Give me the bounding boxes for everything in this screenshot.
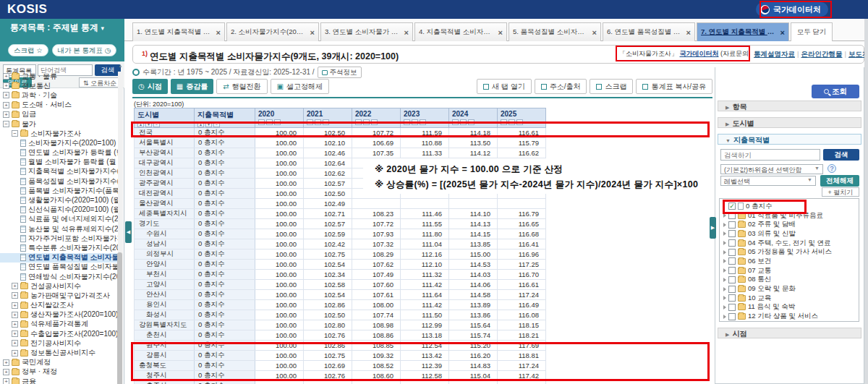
tree-item[interactable]: +농가판매및구입가격조사 <box>0 291 119 300</box>
checkbox-item[interactable]: 06 보건 <box>723 257 859 266</box>
agency-badge[interactable]: 국가데이터처 <box>756 2 828 17</box>
table-row[interactable]: 의정부시0 총지수100.00102.75108.29112.16115.001… <box>135 249 546 260</box>
table-row[interactable]: 강릉시0 총지수100.00102.75109.32113.42116.2011… <box>135 351 546 361</box>
table-row[interactable]: 울산광역시0 총지수100.00102.49 <box>135 199 546 209</box>
tree-item[interactable]: 자가주거비포함 소비자물가지수(2 <box>0 234 119 243</box>
tree-item[interactable]: +임금 <box>0 110 119 119</box>
sort-asc-icon[interactable]: ▲ <box>197 121 204 127</box>
checkbox[interactable] <box>728 212 736 219</box>
expander-plus-icon[interactable]: + <box>12 283 18 289</box>
hide-column-icon[interactable]: − <box>153 121 160 127</box>
checkbox-item[interactable]: 02 주류 및 담배 <box>723 220 859 229</box>
expander-plus-icon[interactable]: + <box>3 369 9 375</box>
purpose-filter-input[interactable] <box>720 149 820 161</box>
table-row[interactable]: 고양시0 총지수100.00102.58107.60111.42114.0611… <box>135 280 546 290</box>
collapse-right-panel-handle[interactable]: ▶ <box>710 217 716 239</box>
table-row[interactable]: 경기도0 총지수100.00102.57107.72111.55114.1311… <box>135 219 546 229</box>
table-row[interactable]: 세종특별자치시0 총지수100.00102.71108.23111.46114.… <box>135 209 546 219</box>
close-icon[interactable]: × <box>686 28 691 37</box>
close-all-tabs-button[interactable]: 모두 닫기 <box>791 22 833 41</box>
close-icon[interactable]: × <box>780 28 785 37</box>
expander-plus-icon[interactable]: + <box>3 111 9 118</box>
expander-plus-icon[interactable]: + <box>3 82 9 89</box>
sort-asc-icon[interactable]: ▲ <box>501 119 507 125</box>
query-button[interactable]: 조회 <box>812 85 859 98</box>
expander-plus-icon[interactable]: + <box>12 292 18 299</box>
checkbox[interactable] <box>728 221 736 229</box>
tree-item[interactable]: +생산자물가조사(2020=100) <box>0 310 119 320</box>
sort-asc-icon[interactable]: ▲ <box>452 119 459 125</box>
checkbox-item[interactable]: 03 의류 및 신발 <box>723 229 859 239</box>
table-row[interactable]: 강원특별자치도0 총지수100.00102.80108.98112.99115.… <box>135 320 546 330</box>
worksheet-tab[interactable]: 6. 연도별 품목성질별 소비자물…× <box>603 22 695 41</box>
suboption-select[interactable]: ▼(기본값)하위옵션 선택안함 <box>720 164 823 174</box>
tree-item[interactable]: −물가 <box>0 119 119 129</box>
tree-item[interactable]: 농산물 및 석유류제외지수(2020=1 <box>0 224 119 234</box>
tree-item[interactable]: +전기공사비지수 <box>0 338 119 348</box>
tree-item[interactable]: 연쇄방식 소비자물가지수(2020=1 <box>0 272 119 281</box>
tree-item[interactable]: +교통 · 물류 <box>0 72 119 81</box>
sort-desc-icon[interactable]: ▼ <box>509 119 515 125</box>
expander-plus-icon[interactable]: + <box>12 330 18 337</box>
hide-column-icon[interactable]: − <box>213 121 220 127</box>
collapse-left-panel-handle[interactable]: ◀ <box>125 221 132 243</box>
tree-item[interactable]: 연도별 소비자물가 등락률 (년 196 <box>0 148 119 158</box>
tree-scrollbar[interactable] <box>118 72 123 384</box>
hide-column-icon[interactable]: − <box>420 119 426 125</box>
셀고정해제-button[interactable]: ▣셀고정해제 <box>271 79 329 94</box>
expander-plus-icon[interactable]: + <box>12 312 18 318</box>
expander-plus-icon[interactable]: + <box>3 102 9 108</box>
tree-item[interactable]: 연도별 지출목적별 소비자물가지수 <box>0 253 119 263</box>
sort-asc-icon[interactable]: ▲ <box>404 119 410 125</box>
table-row[interactable]: 서울특별시0 총지수100.00102.10106.69110.88113.50… <box>135 138 546 148</box>
tree-item[interactable]: +도소매 · 서비스 <box>0 101 119 110</box>
online-pub-link[interactable]: 온라인간행물 <box>801 50 842 58</box>
checkbox-item[interactable]: 09 오락 및 문화 <box>723 284 859 294</box>
worksheet-tab[interactable]: 1. 연도별 지출목적별 소비자물…× <box>132 22 225 41</box>
accordion-city-section[interactable]: ▶도시별 <box>718 117 861 128</box>
expander-triangle-icon[interactable] <box>723 241 726 245</box>
footnote-info-button[interactable]: 주석정보 <box>318 67 362 78</box>
checkbox-item[interactable]: 01 식료품 및 비주류음료 <box>723 211 859 221</box>
stats-explain-link[interactable]: 통계설명자료 <box>754 50 795 58</box>
checkbox[interactable] <box>728 230 736 237</box>
expander-plus-icon[interactable]: + <box>12 321 18 328</box>
checkbox-item[interactable]: 08 통신 <box>723 276 859 285</box>
checkbox-item[interactable]: 11 음식 및 숙박 <box>723 303 859 312</box>
table-row[interactable]: 원주시0 총지수100.00102.86108.85112.54115.2011… <box>135 341 546 351</box>
deselect-all-button[interactable]: 전체해제 <box>820 175 859 187</box>
checkbox-checked[interactable]: ✓ <box>728 202 736 210</box>
sort-asc-icon[interactable]: ▲ <box>355 119 362 125</box>
checkbox[interactable] <box>728 313 736 320</box>
tree-item[interactable]: +금융 <box>0 377 119 384</box>
purpose-filter-button[interactable]: 검색 <box>823 149 859 161</box>
expand-tree-button[interactable]: + 펼치기 <box>822 187 859 197</box>
checkbox[interactable] <box>728 257 736 265</box>
sort-desc-icon[interactable]: ▼ <box>205 121 212 127</box>
expander-triangle-icon[interactable] <box>723 287 726 291</box>
tree-item[interactable]: 지출목적별 소비자물가지수(품목포 <box>0 167 119 176</box>
expander-plus-icon[interactable]: + <box>12 302 18 309</box>
expander-plus-icon[interactable]: + <box>3 73 9 80</box>
worksheet-tab[interactable]: 2. 소비자물가지수(2020=100)× <box>226 22 319 41</box>
tree-item[interactable]: 식료품 및 에너지제외지수(2020=1 <box>0 215 119 224</box>
tree-item[interactable]: +산지쌀값조사 <box>0 301 119 310</box>
table-row[interactable]: 안양시0 총지수100.00102.54107.62112.10114.5311… <box>135 260 546 270</box>
tree-item[interactable]: 신선식품지수(2020=100) (월,분기 <box>0 205 119 215</box>
expander-minus-icon[interactable]: − <box>3 121 9 127</box>
checkbox-item[interactable]: 12 기타 상품 및 서비스 <box>723 312 859 321</box>
checkbox[interactable] <box>728 276 736 283</box>
worksheet-tab[interactable]: 7. 연도별 지출목적별 소비자물…× <box>697 22 789 41</box>
tree-item[interactable]: +국민계정 <box>0 358 119 367</box>
sort-desc-icon[interactable]: ▼ <box>412 119 418 125</box>
scrap-button[interactable]: 스크랩 ☆ <box>8 44 48 56</box>
level-select[interactable]: ▼레벨선택 <box>720 176 816 186</box>
table-row[interactable]: 화성시0 총지수100.00102.50107.74111.50113.8611… <box>135 310 546 320</box>
table-row[interactable]: 충주시0 총지수100.00102.45108.21111.66114.0411… <box>135 381 546 384</box>
tree-item[interactable]: 품목별 소비자물가지수(품목성질별 <box>0 186 119 195</box>
tree-item[interactable]: +과학 · 기술 <box>0 90 119 100</box>
table-row[interactable]: 수원시0 총지수100.00102.59107.93111.80114.1511… <box>135 229 546 239</box>
table-row[interactable]: 부산광역시0 총지수100.00102.46107.35111.33114.12… <box>135 148 546 158</box>
expander-triangle-icon[interactable] <box>723 296 726 300</box>
help-icon[interactable]: ? <box>827 164 836 173</box>
